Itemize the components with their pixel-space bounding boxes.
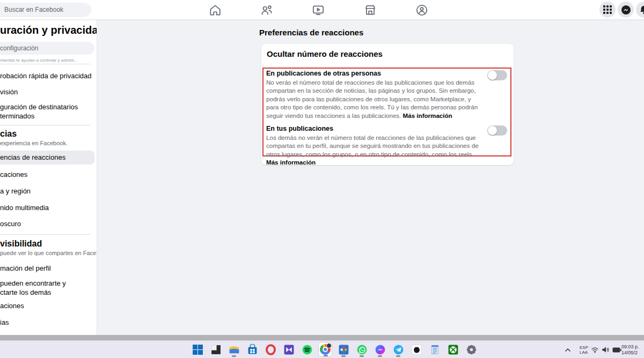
home-icon[interactable]	[208, 3, 222, 17]
sidebar-description: mientas te ayudan a controlar y admini..…	[0, 58, 77, 63]
more-info-link[interactable]: Más información	[266, 159, 316, 166]
hidden-icons-chevron[interactable]	[565, 341, 571, 358]
sidebar-item-posts[interactable]: aciones	[0, 301, 24, 310]
sidebar-section-caption: puede ver lo que compartes en Faceb...	[0, 250, 97, 256]
settings-sidebar: uración y privacidad configuración mient…	[0, 20, 97, 335]
chrome-notification-badge	[326, 343, 332, 348]
spotify-icon[interactable]	[300, 342, 314, 357]
groups-icon[interactable]	[415, 3, 429, 17]
sidebar-item-reaction-preferences[interactable]: encias de reacciones	[0, 151, 94, 165]
sidebar-item-media[interactable]: nido multimedia	[0, 203, 49, 212]
watch-icon[interactable]	[311, 3, 325, 17]
divider	[0, 64, 90, 64]
settings-search-input[interactable]: configuración	[0, 42, 94, 55]
chrome-icon[interactable]	[318, 342, 332, 357]
tray-time: 09:03 p.	[621, 344, 639, 350]
sidebar-item-dark-mode[interactable]: oscuro	[0, 219, 21, 228]
marketplace-icon[interactable]	[363, 3, 377, 17]
github-icon[interactable]	[409, 342, 423, 357]
divider	[0, 234, 90, 235]
toggle-other-posts[interactable]	[487, 70, 507, 80]
telegram-icon[interactable]	[391, 342, 405, 357]
section-description-other-posts: No verás el número total de reacciones d…	[266, 78, 483, 120]
apps-grid-icon	[603, 5, 612, 14]
sidebar-item-stories[interactable]: ias	[0, 318, 9, 327]
whatsapp-icon[interactable]	[355, 342, 369, 357]
movies-tv-icon[interactable]	[282, 342, 296, 357]
xbox-icon[interactable]	[446, 342, 460, 357]
opera-icon[interactable]	[264, 342, 277, 357]
section-description-your-posts: Los demás no verán el número total de re…	[266, 133, 483, 167]
notifications-button[interactable]	[636, 2, 644, 18]
reaction-preferences-card: Ocultar número de reacciones En publicac…	[261, 44, 514, 165]
sidebar-title: uración y privacidad	[0, 24, 97, 36]
page-title: Preferencias de reacciones	[259, 28, 363, 37]
notifications-bell-icon	[639, 5, 644, 14]
section-title-other-posts: En publicaciones de otras personas	[266, 70, 381, 77]
friends-icon[interactable]	[260, 3, 274, 17]
microsoft-store-icon[interactable]	[245, 342, 259, 357]
tray-date: 14/05/2	[621, 350, 639, 356]
messenger-icon	[621, 5, 631, 15]
file-explorer-icon[interactable]	[227, 342, 241, 357]
messenger-taskbar-icon[interactable]	[373, 342, 387, 357]
facebook-top-bar: Buscar en Facebook	[0, 0, 644, 20]
sidebar-section-caption: experiencia en Facebook.	[0, 140, 68, 146]
toggle-knob	[488, 71, 497, 80]
language-indicator[interactable]: ESP LAA	[580, 341, 588, 358]
toggle-knob	[488, 126, 497, 135]
sidebar-item-privacy-checkup[interactable]: robación rápida de privacidad	[0, 71, 92, 80]
facebook-search-input[interactable]: Buscar en Facebook	[0, 3, 91, 17]
wifi-icon[interactable]	[591, 341, 599, 358]
toggle-your-posts[interactable]	[487, 125, 507, 136]
screen: Buscar en Facebook	[0, 0, 644, 358]
settings-gear-icon[interactable]	[464, 342, 478, 357]
task-view-icon[interactable]	[209, 342, 223, 357]
battery-icon[interactable]	[612, 341, 621, 358]
browser-window-edge	[0, 335, 644, 340]
windows-start-icon[interactable]	[191, 342, 204, 357]
messenger-button[interactable]	[618, 2, 634, 18]
divider	[0, 125, 90, 125]
sidebar-item-how-people-find-you[interactable]: pueden encontrarte y ctarte los demás	[0, 279, 66, 297]
tray-clock[interactable]: 09:03 p. 14/05/2	[621, 341, 644, 358]
sidebar-item-profile-information[interactable]: mación del perfil	[0, 264, 51, 273]
sidebar-item-supervision[interactable]: visión	[0, 87, 18, 96]
notepad-icon[interactable]	[428, 342, 442, 357]
more-info-link[interactable]: Más información	[403, 112, 452, 119]
card-title: Ocultar número de reacciones	[267, 49, 383, 58]
windows-taskbar: ESP LAA 09:03 p. 14/05/2	[0, 340, 644, 358]
apps-grid-button[interactable]	[599, 2, 616, 18]
sidebar-item-language-region[interactable]: a y región	[0, 187, 31, 196]
photos-icon[interactable]	[336, 342, 350, 357]
sidebar-section-audience-visibility: visibilidad	[0, 239, 42, 249]
main-content: Preferencias de reacciones Ocultar númer…	[97, 20, 644, 335]
sidebar-item-default-audience[interactable]: guración de destinatarios terminados	[0, 102, 78, 121]
sidebar-section-preferences: cias	[0, 129, 17, 139]
volume-icon[interactable]	[602, 341, 610, 358]
sidebar-item-notifications[interactable]: caciones	[0, 170, 27, 179]
section-title-your-posts: En tus publicaciones	[266, 125, 333, 132]
